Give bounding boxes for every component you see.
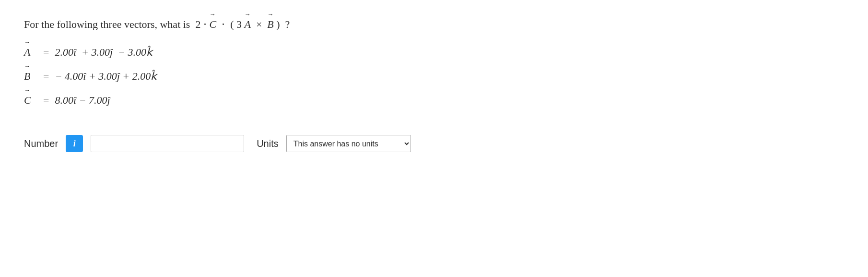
vector-a-value: 2.00î + 3.00ĵ − 3.00k̂ [55,42,152,63]
info-icon: i [73,139,76,149]
question-expression: 2 ⋅ → C ⋅ ( 3 → A × → B ) ? [193,18,290,30]
main-container: For the following three vectors, what is… [24,14,844,152]
vector-a-line: → A = 2.00î + 3.00ĵ − 3.00k̂ [24,41,844,63]
vector-b-equals: = [43,66,49,87]
vector-c-value: 8.00î − 7.00ĵ [55,90,110,111]
vector-c-equals: = [43,90,49,111]
vector-b-value: − 4.00î + 3.00ĵ + 2.00k̂ [55,66,157,87]
units-label: Units [257,138,279,149]
units-select[interactable]: This answer has no units [286,135,411,152]
number-input[interactable] [91,135,244,152]
vector-c-line: → C = 8.00î − 7.00ĵ [24,89,844,111]
vector-a-equals: = [43,42,49,63]
question-line: For the following three vectors, what is… [24,14,844,32]
question-intro: For the following three vectors, what is [24,18,190,30]
question-section: For the following three vectors, what is… [24,14,844,111]
vector-definitions: → A = 2.00î + 3.00ĵ − 3.00k̂ → B = − [24,41,844,111]
info-button[interactable]: i [66,135,83,152]
number-label: Number [24,138,58,149]
answer-section: Number i Units This answer has no units [24,135,844,152]
vector-b-line: → B = − 4.00î + 3.00ĵ + 2.00k̂ [24,65,844,87]
